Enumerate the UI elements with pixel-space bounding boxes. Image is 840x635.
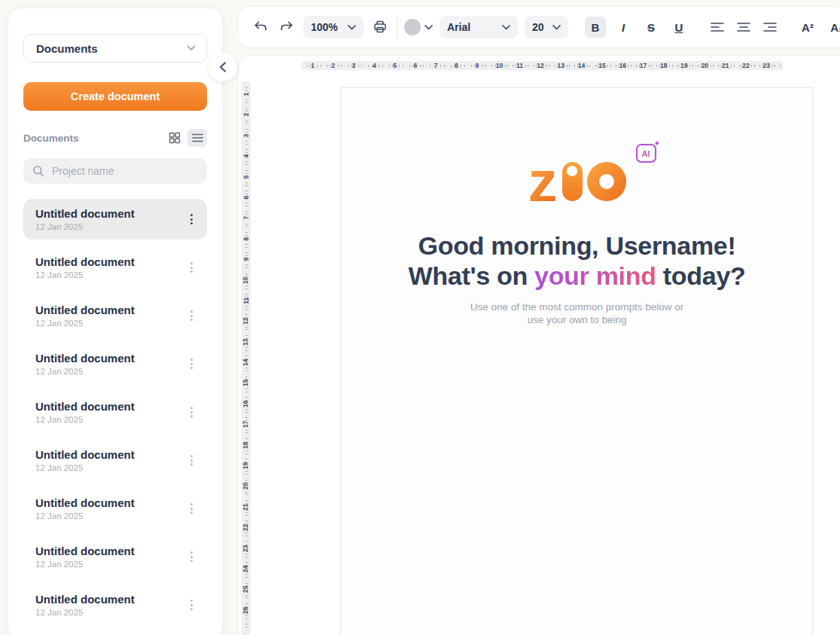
- superscript-button[interactable]: A²: [796, 17, 819, 38]
- align-left-button[interactable]: [708, 17, 727, 37]
- ruler-tick: [245, 87, 248, 88]
- document-menu-button[interactable]: [184, 307, 198, 325]
- workspace-select-value: Documents: [36, 42, 98, 55]
- document-list: Untitled document 12 Jan 2025 Untitled d…: [23, 199, 207, 625]
- document-list-item[interactable]: Untitled document 12 Jan 2025: [23, 247, 207, 288]
- document-list-item[interactable]: Untitled document 12 Jan 2025: [23, 199, 207, 240]
- ruler-tick: [244, 126, 249, 127]
- undo-button[interactable]: [251, 17, 270, 37]
- ruler-tick: [245, 206, 248, 206]
- ruler-tick: [574, 65, 575, 67]
- document-menu-button[interactable]: [184, 451, 198, 469]
- ruler-tick: [244, 621, 249, 622]
- ruler-tick: [525, 65, 526, 67]
- ruler-tick: [245, 306, 248, 307]
- ruler-tick: [403, 65, 403, 67]
- greeting-heading: Good morning, Username! What's on your m…: [341, 230, 813, 291]
- ruler-tick: [244, 497, 249, 498]
- document-menu-button[interactable]: [184, 596, 198, 614]
- ruler-tick: [677, 65, 678, 67]
- ruler-tick: [245, 108, 248, 109]
- ruler-tick: [245, 314, 248, 315]
- document-list-item[interactable]: Untitled document 12 Jan 2025: [23, 488, 207, 529]
- document-menu-button[interactable]: [184, 355, 198, 373]
- document-menu-button[interactable]: [184, 548, 198, 566]
- ruler-tick: [245, 554, 248, 554]
- vertical-ruler[interactable]: 1234567891011121314151617181920212223242…: [242, 81, 251, 635]
- ruler-tick: [711, 65, 711, 67]
- ruler-tick: [245, 438, 248, 439]
- font-size-select[interactable]: 20: [525, 16, 568, 38]
- document-list-item[interactable]: Untitled document 12 Jan 2025: [23, 343, 207, 384]
- document-list-item[interactable]: Untitled document 12 Jan 2025: [23, 585, 207, 625]
- document-menu-button[interactable]: [184, 210, 198, 228]
- ruler-number: 9: [475, 63, 479, 69]
- font-size-value: 20: [532, 21, 544, 33]
- ruler-tick: [244, 456, 249, 456]
- italic-button[interactable]: I: [613, 17, 634, 38]
- font-family-select[interactable]: Arial: [440, 16, 518, 38]
- search-input[interactable]: [52, 165, 198, 177]
- ruler-tick: [358, 65, 359, 67]
- document-info: Untitled document 12 Jan 2025: [35, 496, 184, 521]
- ruler-number: 20: [243, 483, 250, 490]
- document-title: Untitled document: [35, 400, 184, 413]
- workspace-select[interactable]: Documents: [23, 34, 207, 63]
- ruler-tick: [245, 450, 248, 451]
- create-document-button[interactable]: Create document: [23, 82, 207, 111]
- document-page[interactable]: z AI ✦ Good morning, Username! What's on…: [340, 87, 814, 635]
- horizontal-ruler[interactable]: 1234567891011121314151617181920212223: [301, 61, 783, 70]
- list-view-button[interactable]: [187, 129, 207, 147]
- document-menu-button[interactable]: [184, 403, 198, 421]
- ruler-tick: [245, 335, 248, 336]
- ruler-tick: [464, 65, 465, 67]
- ruler-tick: [551, 63, 552, 69]
- document-list-item[interactable]: Untitled document 12 Jan 2025: [23, 536, 207, 577]
- document-title: Untitled document: [35, 352, 184, 365]
- ruler-tick: [244, 250, 249, 251]
- ruler-tick: [549, 65, 549, 67]
- document-list-item[interactable]: Untitled document 12 Jan 2025: [23, 440, 207, 481]
- document-info: Untitled document 12 Jan 2025: [35, 545, 184, 569]
- ruler-tick: [607, 65, 608, 67]
- sidebar-collapse-button[interactable]: [208, 53, 237, 81]
- ruler-tick: [444, 65, 445, 67]
- zoom-select[interactable]: 100%: [303, 16, 364, 38]
- ruler-tick: [651, 65, 652, 67]
- redo-button[interactable]: [277, 17, 297, 37]
- ruler-tick: [245, 577, 248, 578]
- ruler-tick: [245, 164, 248, 165]
- ruler-tick: [244, 435, 249, 436]
- project-search[interactable]: [23, 158, 207, 184]
- ruler-tick: [338, 65, 339, 67]
- ruler-tick: [245, 232, 248, 233]
- ruler-tick: [245, 397, 248, 398]
- grid-view-button[interactable]: [165, 129, 184, 147]
- ruler-tick: [461, 65, 461, 67]
- print-button[interactable]: [370, 17, 390, 37]
- document-date: 12 Jan 2025: [35, 222, 184, 231]
- ruler-tick: [245, 129, 248, 130]
- subscript-button[interactable]: A₂: [826, 17, 840, 38]
- document-date: 12 Jan 2025: [35, 608, 184, 617]
- ruler-tick: [716, 63, 717, 69]
- ruler-tick: [245, 459, 248, 459]
- document-menu-button[interactable]: [184, 499, 198, 517]
- text-color-picker[interactable]: [404, 19, 433, 35]
- ruler-tick: [245, 492, 248, 493]
- align-center-button[interactable]: [734, 17, 753, 37]
- search-icon: [32, 165, 44, 177]
- strikethrough-button[interactable]: S: [641, 17, 662, 38]
- underline-button[interactable]: U: [668, 17, 689, 38]
- greeting-line2-prefix: What's on: [409, 261, 535, 290]
- bold-button[interactable]: B: [585, 17, 606, 38]
- ruler-tick: [245, 347, 248, 348]
- ruler-tick: [244, 600, 249, 601]
- document-list-item[interactable]: Untitled document 12 Jan 2025: [23, 295, 207, 336]
- document-list-item[interactable]: Untitled document 12 Jan 2025: [23, 392, 207, 432]
- toolbar-divider: [397, 17, 397, 38]
- ruler-tick: [245, 377, 248, 377]
- align-right-button[interactable]: [760, 17, 780, 37]
- document-menu-button[interactable]: [184, 258, 198, 276]
- ruler-number: 21: [722, 63, 729, 69]
